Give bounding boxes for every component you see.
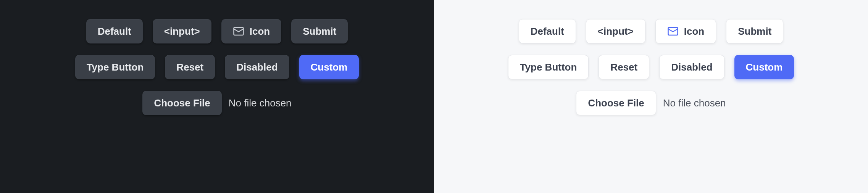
default-button-label: Default <box>98 26 131 37</box>
submit-button[interactable]: Submit <box>291 19 348 43</box>
input-button[interactable]: <input> <box>153 19 211 43</box>
submit-button-label: Submit <box>738 26 771 37</box>
file-row: Choose File No file chosen <box>576 91 726 115</box>
submit-button[interactable]: Submit <box>726 19 783 43</box>
choose-file-button-label: Choose File <box>154 97 210 109</box>
reset-button-label: Reset <box>610 61 637 73</box>
custom-button[interactable]: Custom <box>734 55 794 79</box>
mail-icon <box>667 26 679 37</box>
button-row-2: Type Button Reset Disabled Custom <box>508 55 794 79</box>
file-row: Choose File No file chosen <box>142 91 291 115</box>
choose-file-button[interactable]: Choose File <box>576 91 656 115</box>
icon-button-label: Icon <box>684 26 704 37</box>
light-panel: Default <input> Icon Submit Type Button … <box>434 0 868 193</box>
input-button-label: <input> <box>598 26 634 37</box>
file-status-text: No file chosen <box>229 97 292 109</box>
reset-button[interactable]: Reset <box>165 55 215 79</box>
disabled-button-label: Disabled <box>671 61 712 73</box>
choose-file-button[interactable]: Choose File <box>142 91 221 115</box>
mail-icon <box>233 26 244 37</box>
reset-button[interactable]: Reset <box>599 55 649 79</box>
custom-button-label: Custom <box>311 61 348 73</box>
submit-button-label: Submit <box>303 26 336 37</box>
button-row-1: Default <input> Icon Submit <box>86 19 348 43</box>
type-button-label: Type Button <box>520 61 577 73</box>
type-button-label: Type Button <box>87 61 144 73</box>
type-button[interactable]: Type Button <box>75 55 155 79</box>
disabled-button: Disabled <box>659 55 724 79</box>
icon-button[interactable]: Icon <box>655 19 716 43</box>
dark-panel: Default <input> Icon Submit Type Button … <box>0 0 434 193</box>
icon-button[interactable]: Icon <box>221 19 281 43</box>
input-button[interactable]: <input> <box>586 19 645 43</box>
custom-button[interactable]: Custom <box>299 55 359 79</box>
custom-button-label: Custom <box>746 61 783 73</box>
reset-button-label: Reset <box>176 61 203 73</box>
icon-button-label: Icon <box>250 26 270 37</box>
disabled-button: Disabled <box>225 55 289 79</box>
choose-file-button-label: Choose File <box>588 97 644 109</box>
button-row-2: Type Button Reset Disabled Custom <box>75 55 359 79</box>
default-button[interactable]: Default <box>86 19 143 43</box>
file-status-text: No file chosen <box>663 97 726 109</box>
default-button[interactable]: Default <box>519 19 576 43</box>
default-button-label: Default <box>531 26 564 37</box>
input-button-label: <input> <box>164 26 200 37</box>
type-button[interactable]: Type Button <box>508 55 589 79</box>
button-row-1: Default <input> Icon Submit <box>519 19 784 43</box>
disabled-button-label: Disabled <box>236 61 278 73</box>
